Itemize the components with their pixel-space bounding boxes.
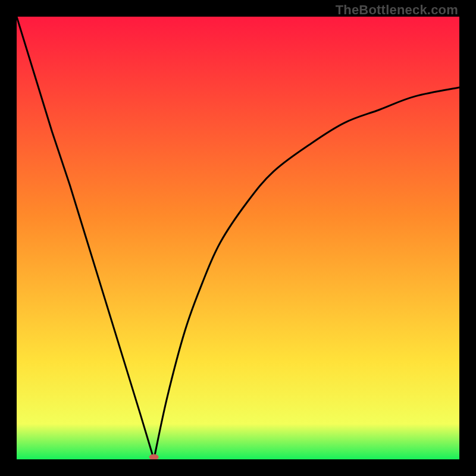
chart-frame [17, 17, 459, 459]
watermark-text: TheBottleneck.com [336, 2, 458, 18]
gradient-background [17, 17, 459, 459]
bottleneck-chart [17, 17, 459, 459]
